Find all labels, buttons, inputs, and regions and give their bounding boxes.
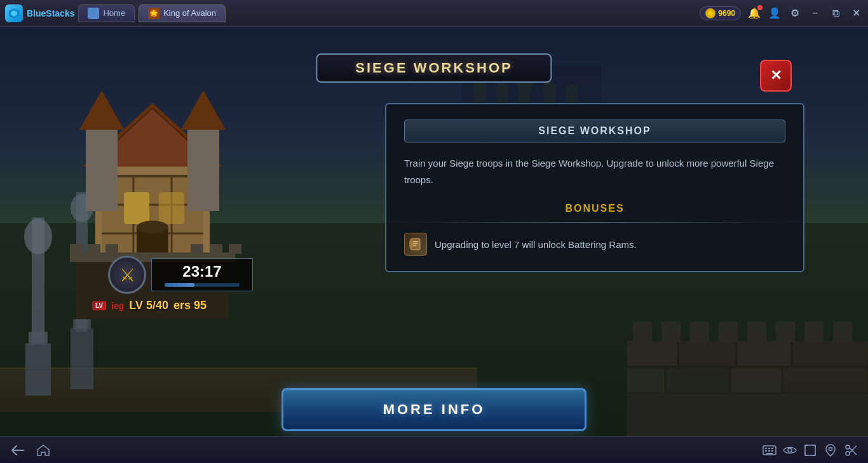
tab-home[interactable]: Home	[78, 4, 135, 22]
panel-subtitle-bar: SIEGE WORKSHOP	[404, 120, 785, 142]
svg-point-80	[788, 448, 792, 452]
close-button[interactable]: ✕	[760, 60, 792, 92]
more-info-label: MORE INFO	[383, 401, 485, 418]
svg-rect-74	[768, 448, 770, 449]
svg-rect-76	[765, 450, 767, 452]
back-button[interactable]	[10, 443, 25, 458]
svg-point-84	[846, 452, 850, 455]
bluestacks-icon	[5, 4, 23, 22]
svg-point-71	[409, 238, 413, 250]
eye-icon[interactable]	[783, 443, 797, 457]
coin-display: 9690	[700, 6, 741, 20]
timer-text: 23:17	[165, 263, 240, 280]
settings-icon[interactable]: ⚙	[788, 6, 802, 20]
game-area: SIEGE WORKSHOP ✕ ⚔ 23:17 LV ieg LV 5/40 …	[0, 27, 868, 463]
home-button[interactable]	[36, 443, 51, 458]
lv-badge: LV	[92, 301, 106, 310]
level-fraction: LV 5/40	[129, 299, 168, 312]
coin-amount: 9690	[718, 9, 735, 18]
svg-rect-79	[766, 453, 773, 454]
more-info-button[interactable]: MORE INFO	[281, 388, 587, 431]
timer-display: ⚔ 23:17	[108, 256, 253, 294]
bonus-scroll-icon	[404, 233, 427, 256]
sword-icon-circle: ⚔	[108, 256, 146, 294]
svg-point-82	[829, 447, 832, 450]
bonus-text: Upgrading to level 7 will unlock Batteri…	[435, 239, 637, 250]
svg-rect-78	[771, 450, 773, 452]
bottom-right-icons	[763, 443, 858, 457]
svg-rect-81	[805, 445, 815, 455]
minimize-button[interactable]: −	[808, 6, 822, 20]
timer-progress-fill	[165, 283, 194, 287]
home-tab-icon	[88, 8, 99, 19]
taskbar-right: 9690 🔔 👤 ⚙ − ⧉ ✕	[700, 6, 863, 20]
panel-subtitle-text: SIEGE WORKSHOP	[538, 125, 651, 136]
workers-display: ers 95	[173, 299, 207, 312]
main-title-text: SIEGE WORKSHOP	[355, 60, 512, 76]
description-text: Train your Siege troops in the Siege Wor…	[404, 155, 785, 188]
sword-icon: ⚔	[119, 265, 135, 286]
info-panel: SIEGE WORKSHOP Train your Siege troops i…	[385, 103, 804, 272]
siege-label: ieg	[111, 301, 124, 311]
bonuses-header: BONUSES	[404, 203, 785, 214]
bonuses-divider	[404, 222, 785, 223]
coin-icon	[705, 8, 715, 18]
app-name: BlueStacks	[27, 8, 74, 18]
notification-dot	[757, 5, 763, 10]
home-tab-label: Home	[103, 8, 125, 18]
tab-king-of-avalon[interactable]: King of Avalon	[139, 4, 226, 22]
bottom-taskbar	[0, 436, 868, 463]
maximize-button[interactable]: ⧉	[829, 6, 843, 20]
timer-box: 23:17	[151, 258, 253, 291]
taskbar: BlueStacks Home King of Avalon 9690 🔔	[0, 0, 868, 27]
location-icon[interactable]	[824, 443, 837, 457]
bottom-nav-icons	[10, 443, 51, 458]
main-title-banner: SIEGE WORKSHOP	[316, 53, 552, 83]
notification-bell-wrapper[interactable]: 🔔	[747, 6, 761, 20]
timer-progress-bar	[165, 283, 240, 287]
close-window-button[interactable]: ✕	[849, 6, 863, 20]
level-bar: LV ieg LV 5/40 ers 95	[92, 299, 207, 312]
close-icon: ✕	[770, 67, 782, 84]
svg-point-83	[846, 445, 850, 449]
svg-rect-73	[765, 448, 767, 449]
game-tab-icon	[148, 8, 159, 19]
game-tab-label: King of Avalon	[163, 8, 216, 18]
svg-rect-75	[771, 448, 773, 449]
expand-icon[interactable]	[803, 443, 817, 457]
svg-rect-77	[768, 450, 770, 452]
keyboard-icon[interactable]	[763, 443, 776, 457]
bonus-item: Upgrading to level 7 will unlock Batteri…	[404, 233, 785, 256]
scissors-icon[interactable]	[844, 443, 858, 457]
bluestacks-logo: BlueStacks	[5, 4, 74, 22]
profile-icon[interactable]: 👤	[768, 6, 782, 20]
